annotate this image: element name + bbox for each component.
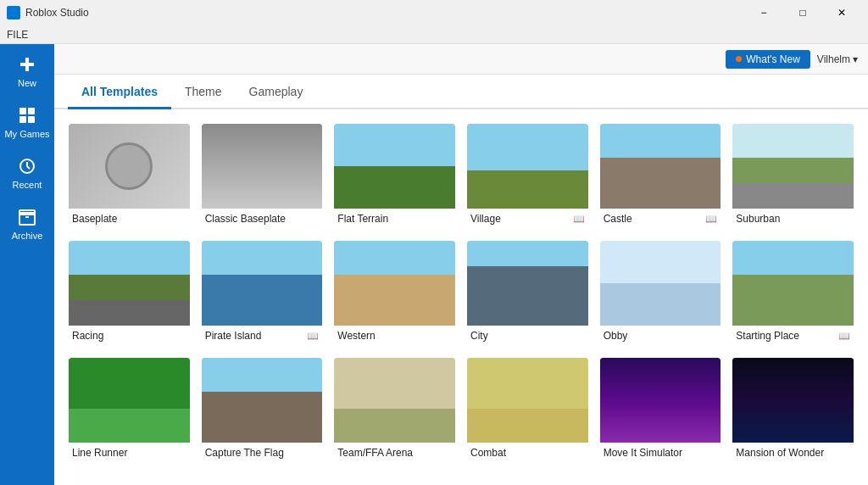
book-icon: 📖 [573, 214, 585, 225]
svg-rect-3 [28, 108, 35, 114]
archive-icon [17, 207, 37, 227]
template-thumb-baseplate [69, 124, 190, 209]
template-thumb-village [467, 124, 588, 209]
template-label-castle: Castle📖 [600, 209, 721, 229]
template-thumb-racing [69, 241, 190, 326]
tab-gameplay[interactable]: Gameplay [236, 75, 317, 109]
template-thumb-capture-the-flag [202, 358, 323, 443]
template-card-move-it-simulator[interactable]: Move It Simulator [599, 357, 722, 464]
svg-rect-2 [19, 108, 26, 114]
template-card-mansion-of-wonder[interactable]: Mansion of Wonder [732, 357, 854, 464]
template-label-move-it-simulator: Move It Simulator [600, 443, 721, 463]
template-label-suburban: Suburban [732, 209, 854, 229]
tab-all-templates[interactable]: All Templates [68, 75, 171, 109]
close-button[interactable]: ✕ [822, 0, 861, 25]
template-card-city[interactable]: City [466, 240, 589, 347]
template-thumb-team-ffa-arena [334, 358, 455, 443]
template-thumb-pirate-island [202, 241, 323, 326]
file-menu[interactable]: FILE [7, 29, 28, 41]
sidebar-item-new[interactable]: New [0, 44, 54, 95]
template-card-starting-place[interactable]: Starting Place📖 [732, 240, 854, 347]
template-card-line-runner[interactable]: Line Runner [68, 357, 191, 464]
top-bar: What's New Vilhelm ▾ [54, 44, 868, 75]
recent-icon [17, 156, 37, 176]
template-thumb-flat-terrain [334, 124, 455, 209]
template-thumb-western [334, 241, 455, 326]
template-card-combat[interactable]: Combat [466, 357, 589, 464]
template-card-western[interactable]: Western [333, 240, 456, 347]
template-thumb-combat [467, 358, 588, 443]
template-thumb-move-it-simulator [600, 358, 721, 443]
template-thumb-starting-place [732, 241, 854, 326]
svg-rect-1 [20, 63, 34, 66]
template-label-village: Village📖 [467, 209, 588, 229]
template-name-pirate-island: Pirate Island [205, 330, 262, 342]
template-name-classic-baseplate: Classic Baseplate [205, 213, 286, 225]
notification-dot [736, 56, 742, 62]
template-name-racing: Racing [72, 330, 103, 342]
menu-bar: FILE [0, 25, 868, 44]
svg-rect-5 [28, 116, 35, 123]
recent-label: Recent [13, 180, 42, 190]
archive-label: Archive [12, 231, 43, 241]
template-name-suburban: Suburban [736, 213, 780, 225]
title-bar: Roblox Studio − □ ✕ [0, 0, 868, 25]
template-thumb-classic-baseplate [202, 124, 323, 209]
template-label-classic-baseplate: Classic Baseplate [202, 209, 323, 229]
maximize-button[interactable]: □ [783, 0, 822, 25]
template-name-obby: Obby [604, 330, 628, 342]
template-card-classic-baseplate[interactable]: Classic Baseplate [201, 123, 324, 230]
content-area: What's New Vilhelm ▾ All Templates Theme… [54, 44, 868, 485]
templates-area[interactable]: BaseplateClassic BaseplateFlat TerrainVi… [54, 109, 868, 485]
svg-rect-4 [19, 116, 26, 123]
tabs-bar: All Templates Theme Gameplay [54, 75, 868, 109]
template-label-flat-terrain: Flat Terrain [334, 209, 455, 229]
whats-new-label: What's New [746, 53, 800, 65]
template-thumb-obby [600, 241, 721, 326]
template-name-baseplate: Baseplate [72, 213, 117, 225]
template-thumb-mansion-of-wonder [732, 358, 854, 443]
whats-new-button[interactable]: What's New [726, 50, 810, 69]
template-label-obby: Obby [600, 326, 721, 346]
app-logo [7, 6, 20, 20]
sidebar-item-mygames[interactable]: My Games [0, 95, 54, 146]
mygames-label: My Games [4, 129, 49, 139]
template-name-team-ffa-arena: Team/FFA Arena [337, 447, 413, 459]
template-card-baseplate[interactable]: Baseplate [68, 123, 191, 230]
sidebar: New My Games Recent [0, 44, 54, 485]
username-label: Vilhelm [817, 53, 850, 65]
template-name-capture-the-flag: Capture The Flag [205, 447, 284, 459]
template-card-pirate-island[interactable]: Pirate Island📖 [201, 240, 324, 347]
user-menu-button[interactable]: Vilhelm ▾ [817, 53, 858, 65]
template-card-castle[interactable]: Castle📖 [599, 123, 722, 230]
template-thumb-city [467, 241, 588, 326]
title-bar-controls: − □ ✕ [744, 0, 861, 25]
chevron-down-icon: ▾ [853, 53, 858, 65]
template-thumb-castle [600, 124, 721, 209]
template-thumb-line-runner [69, 358, 190, 443]
template-name-combat: Combat [470, 447, 506, 459]
template-name-western: Western [337, 330, 375, 342]
template-card-capture-the-flag[interactable]: Capture The Flag [201, 357, 324, 464]
template-card-suburban[interactable]: Suburban [732, 123, 854, 230]
template-name-village: Village [470, 213, 501, 225]
template-label-city: City [467, 326, 588, 346]
template-thumb-suburban [732, 124, 854, 209]
sidebar-item-archive[interactable]: Archive [0, 197, 54, 248]
tab-theme[interactable]: Theme [171, 75, 236, 109]
template-label-capture-the-flag: Capture The Flag [202, 443, 323, 463]
book-icon: 📖 [705, 214, 717, 225]
title-bar-left: Roblox Studio [7, 6, 89, 20]
template-card-obby[interactable]: Obby [599, 240, 722, 347]
template-card-flat-terrain[interactable]: Flat Terrain [333, 123, 456, 230]
template-name-line-runner: Line Runner [72, 447, 127, 459]
app-title: Roblox Studio [25, 7, 89, 19]
template-label-combat: Combat [467, 443, 588, 463]
sidebar-item-recent[interactable]: Recent [0, 146, 54, 197]
template-card-racing[interactable]: Racing [68, 240, 191, 347]
template-card-village[interactable]: Village📖 [466, 123, 589, 230]
template-label-team-ffa-arena: Team/FFA Arena [334, 443, 455, 463]
template-card-team-ffa-arena[interactable]: Team/FFA Arena [333, 357, 456, 464]
main-layout: New My Games Recent [0, 44, 868, 485]
minimize-button[interactable]: − [744, 0, 783, 25]
